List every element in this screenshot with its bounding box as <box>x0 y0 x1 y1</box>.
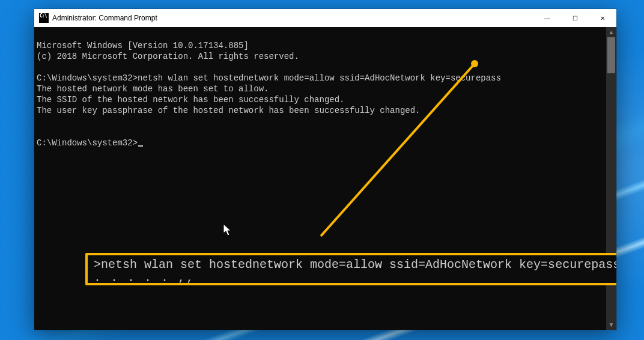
cmd-window: Administrator: Command Prompt — ☐ ✕ Micr… <box>34 9 616 330</box>
minimize-icon: — <box>544 15 550 22</box>
callout-magnifier: >netsh wlan set hostednetwork mode=allow… <box>85 253 616 285</box>
callout-partial-row: . . . . . ,, <box>94 272 616 285</box>
close-button[interactable]: ✕ <box>589 9 616 27</box>
titlebar[interactable]: Administrator: Command Prompt — ☐ ✕ <box>34 9 616 27</box>
console-prompt: C:\Windows\system32> <box>37 138 138 148</box>
console-line: The hosted network mode has been set to … <box>37 84 269 94</box>
close-icon: ✕ <box>600 15 605 22</box>
cmd-icon <box>39 13 49 23</box>
maximize-button[interactable]: ☐ <box>561 9 589 27</box>
console-line: Microsoft Windows [Version 10.0.17134.88… <box>37 41 249 50</box>
window-title: Administrator: Command Prompt <box>52 14 157 22</box>
console-line: C:\Windows\system32>netsh wlan set hoste… <box>37 73 501 83</box>
console-line: The SSID of the hosted network has been … <box>37 95 344 105</box>
text-cursor <box>138 145 143 147</box>
chevron-down-icon: ▼ <box>609 321 615 328</box>
console-line: The user key passphrase of the hosted ne… <box>37 106 421 115</box>
maximize-icon: ☐ <box>573 15 578 22</box>
scroll-down-button[interactable]: ▼ <box>606 320 616 330</box>
scroll-up-button[interactable]: ▲ <box>606 27 616 37</box>
console-output: Microsoft Windows [Version 10.0.17134.88… <box>37 29 604 148</box>
minimize-button[interactable]: — <box>533 9 561 27</box>
scrollbar-thumb[interactable] <box>607 37 615 73</box>
console-line: (c) 2018 Microsoft Corporation. All righ… <box>37 52 299 61</box>
mouse-pointer-icon <box>223 223 232 237</box>
console-client-area[interactable]: Microsoft Windows [Version 10.0.17134.88… <box>34 27 616 330</box>
desktop-background: Administrator: Command Prompt — ☐ ✕ Micr… <box>0 0 644 340</box>
callout-command-text: >netsh wlan set hostednetwork mode=allow… <box>94 255 616 272</box>
chevron-up-icon: ▲ <box>609 29 615 35</box>
